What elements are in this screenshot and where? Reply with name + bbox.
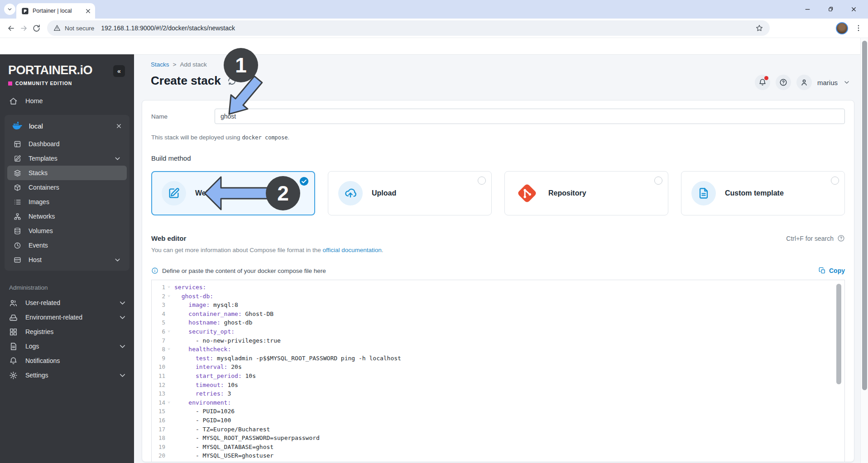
code-line[interactable]: 12 timeout: 10s — [152, 381, 844, 390]
page-scrollbar[interactable] — [860, 38, 868, 463]
sidebar-item-events[interactable]: Events — [7, 238, 127, 253]
help-button[interactable] — [776, 75, 791, 90]
restore-icon[interactable] — [827, 6, 834, 13]
sidebar-item-host[interactable]: Host — [7, 253, 127, 267]
code-line[interactable]: 14˅ environment: — [152, 398, 844, 407]
security-label[interactable]: Not secure — [65, 25, 94, 32]
deploy-note: This stack will be deployed using docker… — [151, 134, 845, 141]
forward-button[interactable] — [17, 22, 30, 34]
code-line[interactable]: 3 image: mysql:8 — [152, 301, 844, 310]
editor-scrollbar[interactable] — [836, 284, 841, 384]
forward-icon — [19, 24, 28, 33]
sidebar-item-home[interactable]: Home — [0, 92, 134, 110]
code-line[interactable]: 1˅services: — [152, 283, 844, 292]
method-radio[interactable] — [831, 177, 839, 185]
sidebar-item-volumes[interactable]: Volumes — [7, 224, 127, 238]
code-line[interactable]: 7 - no-new-privileges:true — [152, 336, 844, 345]
sidebar-item-containers[interactable]: Containers — [7, 180, 127, 195]
build-method-label: Custom template — [725, 189, 784, 197]
method-radio[interactable] — [654, 177, 662, 185]
sidebar-item-images[interactable]: Images — [7, 195, 127, 209]
build-method-custom-template[interactable]: Custom template — [681, 171, 845, 215]
docker-whale-icon — [12, 120, 23, 131]
fold-arrow-icon[interactable]: ˅ — [165, 345, 173, 354]
code-line[interactable]: 17 - TZ=Europe/Bucharest — [152, 425, 844, 434]
portainer-favicon — [21, 7, 29, 15]
events-icon — [14, 242, 21, 249]
code-text: start_period: 10s — [174, 372, 256, 381]
browser-tab[interactable]: Portainer | local — [16, 3, 95, 19]
method-radio[interactable] — [478, 177, 486, 185]
environment-header[interactable]: local — [5, 115, 129, 137]
sidebar-item-label: Images — [29, 198, 121, 205]
sidebar-item-dashboard[interactable]: Dashboard — [7, 137, 127, 151]
line-number: 16 — [152, 416, 165, 425]
url-text[interactable]: 192.168.1.18:9000/#!/2/docker/stacks/new… — [101, 24, 751, 32]
refresh-icon[interactable] — [227, 76, 236, 86]
tab-close-icon[interactable] — [85, 8, 91, 14]
fold-arrow-icon[interactable]: ˅ — [165, 327, 173, 336]
sidebar-item-notifications[interactable]: Notifications — [0, 353, 134, 368]
chevron-down-icon — [118, 342, 127, 351]
official-documentation-link[interactable]: official documentation — [322, 247, 381, 253]
code-line[interactable]: 15 - PUID=1026 — [152, 407, 844, 416]
build-method-web-editor[interactable]: Web editor — [151, 171, 315, 215]
build-method-repository[interactable]: Repository — [504, 171, 668, 215]
build-method-upload[interactable]: Upload — [328, 171, 492, 215]
code-line[interactable]: 4 container_name: Ghost-DB — [152, 310, 844, 319]
code-line[interactable]: 20 - MYSQL_USER=ghostuser — [152, 451, 844, 460]
browser-profile-avatar[interactable] — [836, 22, 848, 34]
notifications-button[interactable] — [755, 75, 770, 90]
sidebar-item-settings[interactable]: Settings — [0, 368, 134, 382]
line-number: 11 — [152, 372, 165, 381]
breadcrumb-stacks-link[interactable]: Stacks — [151, 61, 169, 68]
tab-search-button[interactable] — [4, 4, 15, 15]
sidebar-collapse-button[interactable]: « — [113, 65, 125, 77]
fold-arrow-icon[interactable]: ˅ — [165, 292, 173, 301]
user-menu-chevron-icon[interactable] — [843, 79, 850, 86]
code-line[interactable]: 5 hostname: ghost-db — [152, 318, 844, 327]
build-method-label: Web editor — [195, 189, 232, 197]
code-text: environment: — [174, 398, 231, 407]
code-line[interactable]: 18 - MYSQL_ROOT_PASSWORD=superpassword — [152, 434, 844, 443]
back-button[interactable] — [5, 22, 17, 34]
browser-menu-icon[interactable] — [854, 24, 863, 32]
search-help-icon[interactable] — [837, 234, 845, 242]
minimize-icon[interactable] — [804, 6, 811, 13]
code-line[interactable]: 8˅ healthcheck: — [152, 345, 844, 354]
sidebar-item-stacks[interactable]: Stacks — [7, 166, 127, 180]
fold-spacer — [165, 425, 173, 434]
sidebar-item-templates[interactable]: Templates — [7, 151, 127, 166]
page-scrollbar-thumb[interactable] — [862, 41, 867, 390]
code-text: - no-new-privileges:true — [174, 336, 281, 345]
user-avatar-button[interactable] — [796, 75, 812, 90]
code-line[interactable]: 16 - PGID=100 — [152, 416, 844, 425]
sidebar-item-registries[interactable]: Registries — [0, 325, 134, 339]
stack-name-input[interactable] — [215, 109, 845, 124]
reload-button[interactable] — [30, 22, 43, 34]
sidebar-item-networks[interactable]: Networks — [7, 209, 127, 224]
code-line[interactable]: 2˅ ghost-db: — [152, 292, 844, 301]
window-close-icon[interactable] — [850, 6, 857, 13]
sidebar-item-environment-related[interactable]: Environment-related — [0, 310, 134, 325]
bookmark-star-icon[interactable] — [755, 24, 763, 32]
code-line[interactable]: 13 retries: 3 — [152, 389, 844, 398]
copy-button[interactable]: Copy — [819, 267, 845, 274]
sidebar-item-label: Templates — [29, 155, 106, 162]
code-line[interactable]: 10 interval: 20s — [152, 363, 844, 372]
sidebar-item-logs[interactable]: Logs — [0, 339, 134, 353]
environment-close-icon[interactable] — [115, 123, 122, 129]
code-line[interactable]: 9 test: mysqladmin -p$$MYSQL_ROOT_PASSWO… — [152, 354, 844, 363]
fold-arrow-icon[interactable]: ˅ — [165, 398, 173, 407]
user-name[interactable]: marius — [817, 79, 838, 86]
sidebar-item-user-related[interactable]: User-related — [0, 296, 134, 310]
code-line[interactable]: 19 - MYSQL_DATABASE=ghost — [152, 443, 844, 452]
compose-code-editor[interactable]: 1˅services:2˅ ghost-db:3 image: mysql:84… — [151, 280, 845, 462]
web-editor-heading: Web editor — [151, 234, 786, 242]
code-line[interactable]: 11 start_period: 10s — [152, 372, 844, 381]
chevron-down-icon — [114, 256, 121, 264]
fold-spacer — [165, 416, 173, 425]
fold-arrow-icon[interactable]: ˅ — [165, 283, 173, 292]
address-bar[interactable]: Not secure 192.168.1.18:9000/#!/2/docker… — [47, 20, 770, 36]
code-line[interactable]: 6˅ security_opt: — [152, 327, 844, 336]
